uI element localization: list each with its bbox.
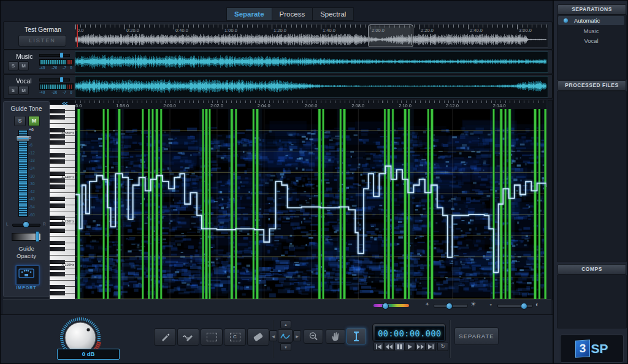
eraser-tool-button[interactable] — [247, 328, 269, 346]
zoom-tool-button[interactable] — [304, 329, 323, 344]
piano-black-key[interactable] — [50, 272, 65, 276]
guide-opacity-thumb[interactable] — [36, 231, 39, 242]
tab-process[interactable]: Process — [272, 7, 313, 21]
piano-black-key[interactable] — [50, 109, 65, 113]
colormap-slider[interactable] — [373, 304, 409, 307]
midi-import-button[interactable] — [15, 265, 40, 286]
music-level-meter — [39, 59, 74, 66]
listen-button[interactable]: LISTEN — [18, 35, 66, 47]
piano-black-key[interactable] — [50, 260, 65, 264]
music-waveform-strip[interactable] — [75, 51, 548, 73]
music-volume-thumb[interactable] — [60, 53, 63, 58]
piano-black-key[interactable] — [50, 266, 65, 270]
piano-black-key[interactable] — [50, 203, 65, 208]
go-to-start-button[interactable] — [373, 342, 384, 351]
collapse-keyboard-button[interactable]: << — [62, 100, 67, 107]
guide-pan-thumb[interactable] — [23, 221, 29, 228]
separation-item-automatic[interactable]: Automatic — [558, 16, 624, 25]
draw-tool-button[interactable] — [154, 328, 176, 346]
vocal-volume-thumb[interactable] — [60, 77, 63, 82]
piano-black-key[interactable] — [50, 229, 65, 233]
vocal-waveform[interactable] — [75, 77, 546, 96]
spectro-time-label: 2:00.0 — [163, 103, 176, 108]
hand-tool-button[interactable] — [326, 329, 345, 344]
separation-item-music[interactable]: Music — [558, 27, 624, 36]
tab-spectral[interactable]: Spectral — [312, 7, 354, 21]
guide-fader-thumb[interactable] — [16, 135, 30, 142]
vocal-meter-scale: -40-20-70 — [39, 90, 74, 95]
freehand-tool-button[interactable] — [177, 328, 199, 346]
music-solo-button[interactable]: S — [8, 61, 18, 70]
spectrogram-canvas[interactable] — [75, 109, 546, 299]
meter-scale-label: -7 — [63, 66, 66, 70]
piano-black-key[interactable] — [50, 222, 65, 226]
scroll-up-button[interactable]: ▲ — [280, 320, 291, 328]
guide-solo-button[interactable]: S — [14, 116, 26, 126]
piano-black-key[interactable] — [50, 285, 65, 289]
music-meter-scale: -40-20-70 — [39, 66, 74, 70]
tab-separate[interactable]: Separate — [226, 7, 272, 21]
piano-black-key[interactable] — [50, 247, 65, 251]
rewind-button[interactable] — [384, 342, 394, 351]
separations-header[interactable]: SEPARATIONS — [557, 4, 626, 15]
piano-black-key[interactable] — [50, 172, 65, 176]
scroll-left-button[interactable]: ◀ — [269, 330, 277, 341]
piano-black-key[interactable] — [50, 153, 65, 157]
eraser-icon — [253, 333, 263, 342]
vocal-mute-button[interactable]: M — [18, 86, 29, 95]
spectro-time-label: 2:12.0 — [446, 103, 459, 108]
overview-waveform-strip[interactable]: 0.00:20.00:40.01:00.01:20.01:40.02:00.02… — [75, 24, 548, 48]
colormap-thumb[interactable] — [382, 303, 389, 309]
vocal-volume-slider[interactable] — [39, 78, 70, 82]
clone-select-button[interactable]: C — [224, 328, 246, 346]
music-waveform[interactable] — [75, 52, 546, 71]
piano-black-key[interactable] — [50, 115, 65, 119]
comps-header[interactable]: COMPS — [557, 264, 626, 275]
music-volume-slider[interactable] — [39, 54, 70, 57]
midi-plug-icon — [17, 266, 36, 282]
contrast-thumb[interactable] — [521, 303, 527, 309]
piano-black-key[interactable] — [50, 178, 65, 183]
meter-scale-label: -7 — [63, 90, 66, 94]
music-track-row: Music S M -40-20-70 — [3, 50, 553, 74]
app-window: Separate Process Spectral Test German so… — [0, 0, 628, 364]
go-to-end-button[interactable] — [426, 342, 436, 351]
piano-black-key[interactable] — [50, 216, 65, 220]
volume-readout[interactable]: 0 dB — [57, 349, 120, 360]
processed-files-header[interactable]: PROCESSED FILES — [557, 80, 626, 91]
piano-black-key[interactable] — [50, 291, 65, 295]
vocal-solo-button[interactable]: S — [8, 86, 18, 95]
piano-black-key[interactable] — [50, 197, 65, 201]
piano-black-key[interactable] — [50, 140, 65, 145]
piano-black-key[interactable] — [50, 159, 65, 164]
playhead-tool-button[interactable] — [347, 328, 366, 344]
music-mute-button[interactable]: M — [18, 61, 29, 70]
separate-button[interactable]: SEPARATE — [454, 327, 499, 345]
piano-black-key[interactable] — [50, 128, 65, 132]
piano-black-key[interactable] — [50, 241, 65, 245]
piano-black-key[interactable] — [50, 184, 65, 189]
pause-button[interactable] — [394, 342, 405, 351]
fit-view-button[interactable] — [278, 329, 293, 343]
overview-waveform[interactable] — [75, 32, 546, 47]
marquee-select-button[interactable] — [201, 328, 223, 346]
spectrogram-time-ruler[interactable]: 1:56.01:58.02:00.02:02.02:04.02:06.02:08… — [75, 100, 546, 110]
vocal-waveform-strip[interactable] — [75, 76, 548, 97]
hand-icon — [331, 332, 340, 341]
skip-end-icon — [428, 344, 434, 349]
brightness-thumb[interactable] — [446, 303, 453, 309]
contrast-slider[interactable] — [497, 304, 533, 308]
piano-black-key[interactable] — [50, 134, 65, 138]
spectrogram-vertical-scrollbar[interactable] — [548, 100, 553, 300]
fast-forward-button[interactable] — [415, 342, 426, 351]
fader-scale-label: -48 — [29, 197, 44, 201]
guide-mute-button[interactable]: M — [28, 116, 40, 126]
view-range-selection[interactable] — [368, 25, 413, 47]
play-button[interactable] — [405, 342, 415, 351]
scroll-right-button[interactable]: ▶ — [293, 330, 301, 341]
spectro-time-label: 2:04.0 — [258, 103, 270, 108]
scroll-down-button[interactable]: ▼ — [280, 343, 291, 351]
separation-item-vocal[interactable]: Vocal — [558, 37, 624, 45]
loop-button[interactable]: ↻ — [437, 342, 448, 351]
guide-level-fader[interactable] — [18, 130, 28, 217]
